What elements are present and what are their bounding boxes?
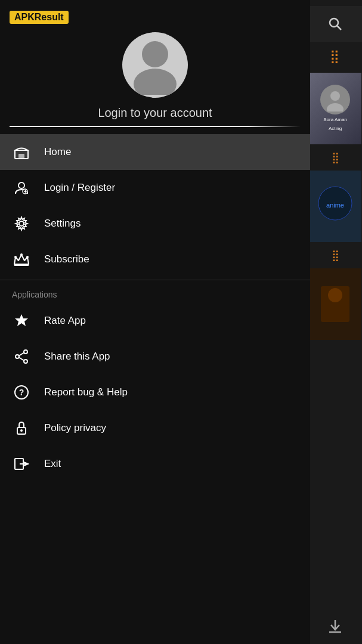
applications-section-label: Applications (0, 283, 310, 303)
nav-item-rate[interactable]: Rate App (0, 303, 310, 339)
search-icon (327, 16, 343, 32)
grid-icon-top: ⣿ (308, 42, 362, 72)
nav-exit-label: Exit (44, 458, 61, 470)
share-icon (12, 347, 31, 366)
svg-point-16 (18, 182, 24, 188)
svg-line-27 (19, 353, 24, 356)
star-icon (12, 311, 31, 330)
content-card-1: anime (309, 171, 361, 242)
svg-point-18 (19, 221, 24, 226)
nav-item-policy[interactable]: Policy privacy (0, 410, 310, 446)
drawer-header: APKResult Login to your account (0, 0, 310, 134)
svg-point-32 (20, 429, 23, 432)
nav-policy-label: Policy privacy (44, 422, 106, 434)
gear-icon-svg (14, 216, 29, 231)
nav-item-exit[interactable]: Exit (0, 446, 310, 482)
nav-list: Home Login / Register Settings (0, 134, 310, 277)
login-icon-svg (14, 180, 29, 196)
svg-point-20 (14, 256, 17, 258)
svg-point-22 (20, 253, 23, 256)
download-icon (327, 618, 344, 634)
nav-login-label: Login / Register (44, 182, 115, 194)
svg-text:?: ? (19, 388, 24, 397)
brand-apk: APK (14, 12, 35, 22)
star-icon-svg (14, 313, 29, 329)
avatar-silhouette (128, 35, 182, 95)
nav-item-home[interactable]: Home (0, 134, 310, 170)
svg-point-13 (134, 69, 177, 95)
help-icon: ? (12, 383, 31, 402)
home-icon (12, 143, 31, 162)
nav-item-share[interactable]: Share this App (0, 339, 310, 374)
svg-point-12 (142, 41, 168, 67)
person-name: Sora Aman (322, 116, 348, 123)
lock-icon (12, 419, 31, 438)
header-divider (10, 126, 301, 127)
share-icon-svg (14, 349, 29, 364)
svg-text:anime: anime (326, 202, 344, 209)
svg-line-1 (337, 26, 341, 30)
search-bar-area[interactable] (308, 6, 362, 42)
card-art-1: anime (309, 171, 361, 242)
help-icon-svg: ? (14, 385, 29, 400)
nav-report-label: Report bug & Help (44, 386, 128, 398)
grid-icon-lower: ⣿ (308, 243, 362, 267)
person-role: Acting (327, 125, 343, 132)
svg-point-25 (16, 355, 19, 358)
svg-point-9 (328, 288, 342, 302)
store-icon-svg (14, 144, 29, 160)
svg-marker-23 (15, 314, 28, 326)
content-card-2 (309, 268, 361, 340)
settings-icon (12, 214, 31, 233)
svg-rect-15 (18, 154, 24, 159)
section-divider (0, 280, 310, 280)
login-prompt[interactable]: Login to your account (98, 106, 212, 120)
svg-line-28 (19, 358, 24, 361)
svg-point-0 (330, 18, 338, 27)
exit-icon-svg (14, 456, 29, 472)
nav-share-label: Share this App (44, 351, 110, 363)
crown-icon (12, 250, 31, 269)
nav-home-label: Home (44, 146, 71, 158)
svg-point-26 (24, 360, 27, 363)
svg-point-2 (330, 91, 340, 101)
svg-point-3 (327, 103, 344, 112)
lock-icon-svg (14, 420, 29, 436)
crown-icon-svg (13, 252, 30, 267)
applications-list: Rate App Share this App ? Re (0, 303, 310, 482)
download-area[interactable] (308, 608, 362, 644)
nav-item-subscribe[interactable]: Subscribe (0, 242, 310, 277)
right-panel: ⣿ Sora Aman Acting ⣿ anime ⣿ (308, 0, 362, 644)
card-art-2 (309, 268, 361, 340)
nav-item-login[interactable]: Login / Register (0, 170, 310, 206)
grid-icon-mid: ⣿ (308, 145, 362, 169)
nav-settings-label: Settings (44, 218, 81, 230)
nav-item-report[interactable]: ? Report bug & Help (0, 374, 310, 410)
nav-item-settings[interactable]: Settings (0, 206, 310, 242)
login-icon (12, 178, 31, 197)
brand-result: Result (35, 12, 64, 22)
brand-logo: APKResult (10, 11, 69, 24)
svg-point-24 (24, 350, 27, 354)
nav-subscribe-label: Subscribe (44, 253, 89, 265)
svg-point-21 (26, 256, 29, 258)
drawer-panel: APKResult Login to your account Home (0, 0, 310, 644)
exit-icon (12, 454, 31, 473)
person-avatar-small (320, 85, 350, 114)
user-avatar[interactable] (122, 32, 188, 98)
nav-rate-label: Rate App (44, 315, 86, 327)
person-card: Sora Aman Acting (309, 73, 361, 144)
